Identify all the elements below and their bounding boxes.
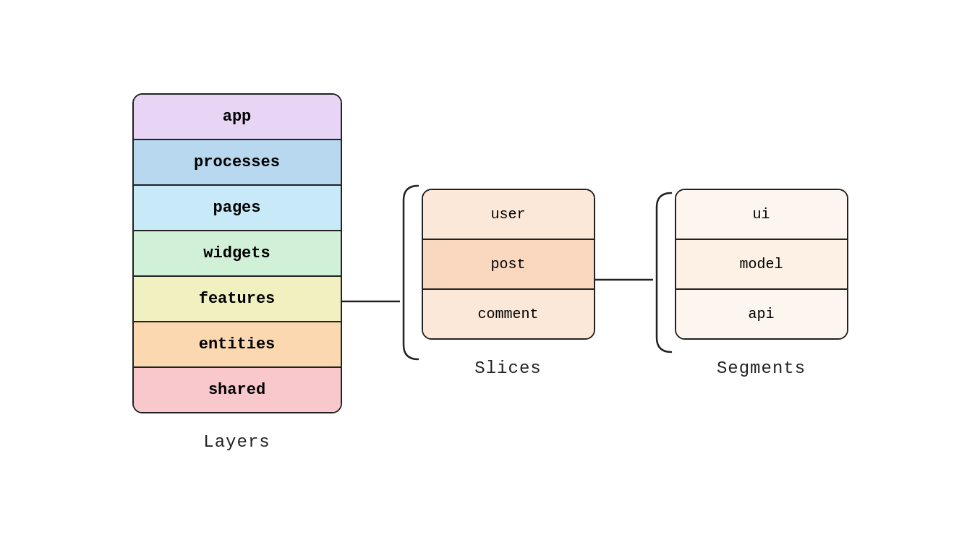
segments-bracket-area: uimodelapi Segments [653, 150, 848, 395]
layer-item-shared: shared [134, 368, 341, 412]
left-bracket-slices [400, 179, 422, 366]
segments-box: uimodelapi [675, 189, 848, 340]
connector-line-1 [342, 150, 400, 395]
slices-bracket-area: userpostcomment Slices [400, 150, 595, 395]
layer-item-features: features [134, 277, 341, 322]
segment-item-model: model [676, 240, 847, 290]
segments-label: Segments [717, 359, 806, 378]
segment-item-api: api [676, 290, 847, 338]
left-bracket-segments [653, 186, 675, 359]
slices-box: userpostcomment [422, 189, 595, 340]
layers-column: appprocessespageswidgetsfeaturesentities… [132, 93, 342, 452]
connector-line-2 [595, 150, 653, 395]
slice-item-user: user [423, 190, 594, 240]
slices-label: Slices [474, 359, 541, 378]
slice-item-post: post [423, 240, 594, 290]
slices-column: userpostcomment Slices [422, 189, 595, 378]
layers-label: Layers [203, 432, 270, 452]
layer-item-entities: entities [134, 322, 341, 368]
segment-item-ui: ui [676, 190, 847, 240]
layer-item-processes: processes [134, 140, 341, 186]
layer-item-app: app [134, 95, 341, 140]
layer-item-pages: pages [134, 186, 341, 231]
layers-box: appprocessespageswidgetsfeaturesentities… [132, 93, 342, 413]
slice-item-comment: comment [423, 290, 594, 338]
segments-column: uimodelapi Segments [675, 189, 848, 378]
layer-item-widgets: widgets [134, 231, 341, 277]
diagram: appprocessespageswidgetsfeaturesentities… [132, 93, 848, 452]
